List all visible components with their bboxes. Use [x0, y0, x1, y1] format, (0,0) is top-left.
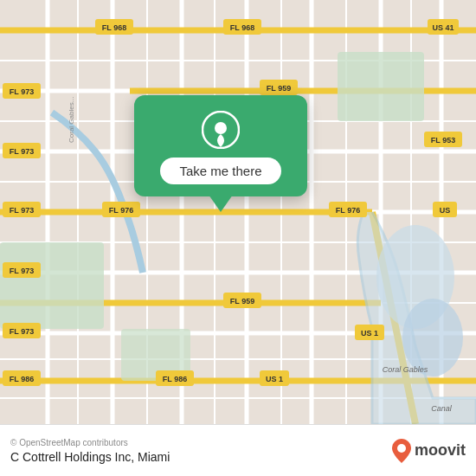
svg-text:FL 968: FL 968 — [102, 23, 126, 32]
moovit-pin-icon — [392, 439, 411, 463]
svg-text:FL 973: FL 973 — [10, 87, 34, 96]
popup-card: Take me there — [134, 95, 307, 196]
svg-text:FL 973: FL 973 — [10, 267, 34, 275]
svg-text:US: US — [440, 206, 451, 215]
svg-text:Canal: Canal — [431, 404, 453, 413]
svg-text:FL 976: FL 976 — [109, 206, 133, 215]
svg-rect-36 — [0, 242, 104, 329]
map-container: FL 968 FL 968 US 41 FL 973 FL 959 FL 953… — [0, 0, 476, 424]
svg-text:FL 973: FL 973 — [10, 147, 34, 156]
take-me-there-button[interactable]: Take me there — [160, 158, 280, 184]
svg-text:FL 953: FL 953 — [431, 136, 455, 145]
location-name: C Cottrell Holdings Inc, Miami — [10, 450, 170, 464]
svg-text:US 1: US 1 — [266, 375, 283, 383]
moovit-logo: moovit — [392, 439, 466, 463]
svg-text:FL 959: FL 959 — [230, 297, 254, 306]
svg-text:FL 973: FL 973 — [10, 327, 34, 336]
svg-point-80 — [397, 444, 406, 453]
svg-text:US 1: US 1 — [361, 329, 378, 338]
svg-text:FL 973: FL 973 — [10, 206, 34, 215]
svg-text:Coral Gables: Coral Gables — [383, 365, 428, 374]
copyright-text: © OpenStreetMap contributors — [10, 438, 170, 447]
location-pin-icon — [202, 111, 240, 149]
svg-text:FL 986: FL 986 — [10, 375, 34, 383]
svg-text:FL 959: FL 959 — [267, 84, 291, 93]
moovit-text: moovit — [415, 441, 466, 460]
svg-text:FL 986: FL 986 — [163, 375, 187, 383]
svg-rect-38 — [338, 52, 424, 121]
svg-text:FL 968: FL 968 — [230, 23, 254, 32]
bottom-bar: © OpenStreetMap contributors C Cottrell … — [0, 424, 476, 476]
svg-point-79 — [215, 122, 227, 134]
location-info: © OpenStreetMap contributors C Cottrell … — [10, 438, 170, 464]
svg-text:US 41: US 41 — [432, 23, 453, 32]
svg-text:Coral Gables...: Coral Gables... — [68, 97, 75, 143]
svg-text:FL 976: FL 976 — [336, 206, 360, 215]
map-svg: FL 968 FL 968 US 41 FL 973 FL 959 FL 953… — [0, 0, 476, 424]
